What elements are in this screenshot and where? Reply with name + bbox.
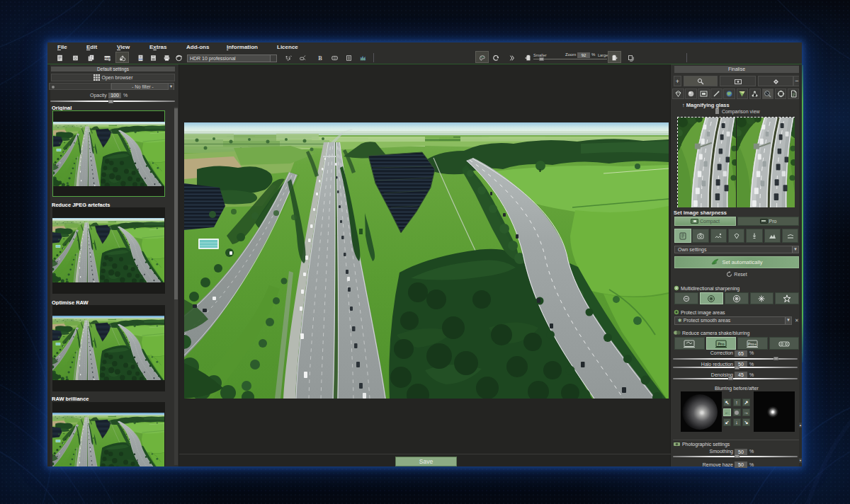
svg-text:Pro+: Pro+ <box>748 341 756 345</box>
svg-text:Pro: Pro <box>718 341 725 345</box>
svg-text:B: B <box>318 55 322 62</box>
